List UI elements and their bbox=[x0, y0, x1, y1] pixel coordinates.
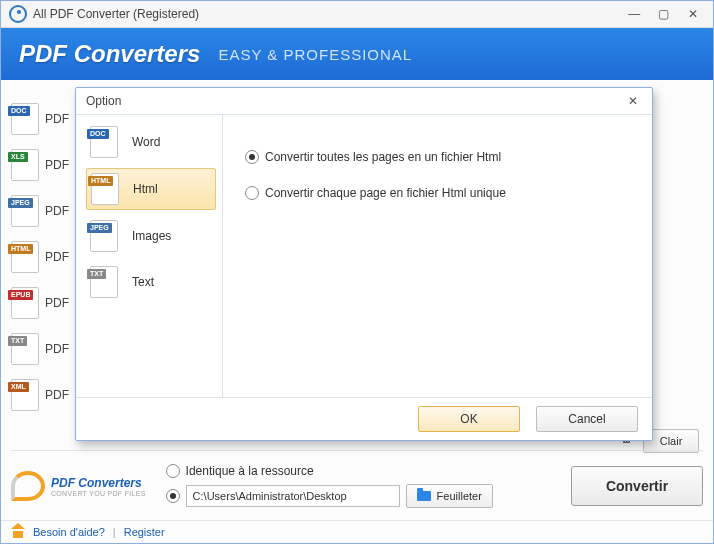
radio-each-label: Convertir chaque page en fichier Html un… bbox=[265, 186, 506, 200]
output-same-row[interactable]: Identique à la ressource bbox=[166, 464, 493, 478]
browse-button[interactable]: Feuilleter bbox=[406, 484, 493, 508]
sidebar-item-html[interactable]: HTMLPDF bbox=[11, 237, 67, 277]
minimize-button[interactable]: — bbox=[622, 6, 646, 22]
convert-button[interactable]: Convertir bbox=[571, 466, 703, 506]
sidebar-item-xml[interactable]: XMLPDF bbox=[11, 375, 67, 415]
dialog-body: DOC Word HTML Html JPEG Images TXT Text bbox=[76, 114, 652, 398]
radio-same-label: Identique à la ressource bbox=[186, 464, 314, 478]
sidebar-item-label: PDF bbox=[45, 158, 69, 172]
status-bar: Besoin d'aide? | Register bbox=[1, 520, 713, 543]
cancel-button[interactable]: Cancel bbox=[536, 406, 638, 432]
output-path-input[interactable]: C:\Users\Administrator\Desktop bbox=[186, 485, 400, 507]
dialog-content: Convertir toutes les pages en un fichier… bbox=[223, 114, 652, 398]
option-tab-text[interactable]: TXT Text bbox=[86, 262, 216, 302]
sidebar-item-xls[interactable]: XLSPDF bbox=[11, 145, 67, 185]
dialog-title: Option bbox=[86, 94, 121, 108]
txt-icon: TXT bbox=[90, 266, 118, 298]
epub-icon: EPUB bbox=[11, 287, 39, 319]
xls-icon: XLS bbox=[11, 149, 39, 181]
option-label: Html bbox=[133, 182, 158, 196]
brand-subtitle: EASY & PROFESSIONAL bbox=[218, 46, 412, 63]
help-link[interactable]: Besoin d'aide? bbox=[33, 526, 105, 538]
radio-each-page[interactable] bbox=[245, 186, 259, 200]
register-link[interactable]: Register bbox=[124, 526, 165, 538]
option-tab-word[interactable]: DOC Word bbox=[86, 122, 216, 162]
window-controls: — ▢ ✕ bbox=[620, 6, 705, 22]
doc-icon: DOC bbox=[11, 103, 39, 135]
option-tab-html[interactable]: HTML Html bbox=[86, 168, 216, 210]
dialog-titlebar: Option ✕ bbox=[76, 88, 652, 115]
output-options: Identique à la ressource C:\Users\Admini… bbox=[160, 464, 493, 508]
option-label: Text bbox=[132, 275, 154, 289]
output-panel: PDF Converters CONVERT YOU PDF FILES Ide… bbox=[11, 450, 703, 515]
sidebar-item-doc[interactable]: DOCPDF bbox=[11, 99, 67, 139]
txt-icon: TXT bbox=[11, 333, 39, 365]
jpeg-icon: JPEG bbox=[11, 195, 39, 227]
html-option-all-row[interactable]: Convertir toutes les pages en un fichier… bbox=[245, 150, 630, 164]
sidebar-item-epub[interactable]: EPUBPDF bbox=[11, 283, 67, 323]
close-button[interactable]: ✕ bbox=[681, 6, 705, 22]
dialog-close-button[interactable]: ✕ bbox=[624, 94, 642, 108]
output-path-row[interactable]: C:\Users\Administrator\Desktop Feuillete… bbox=[166, 484, 493, 508]
html-option-each-row[interactable]: Convertir chaque page en fichier Html un… bbox=[245, 186, 630, 200]
xml-icon: XML bbox=[11, 379, 39, 411]
maximize-button[interactable]: ▢ bbox=[652, 6, 676, 22]
option-tab-images[interactable]: JPEG Images bbox=[86, 216, 216, 256]
sidebar-item-label: PDF bbox=[45, 388, 69, 402]
window-title: All PDF Converter (Registered) bbox=[33, 7, 620, 21]
sidebar-item-txt[interactable]: TXTPDF bbox=[11, 329, 67, 369]
footer-brand: PDF Converters bbox=[51, 476, 146, 490]
app-window: All PDF Converter (Registered) — ▢ ✕ PDF… bbox=[0, 0, 714, 544]
home-icon[interactable] bbox=[11, 526, 25, 538]
logo-icon bbox=[11, 471, 45, 501]
sidebar-item-label: PDF bbox=[45, 204, 69, 218]
titlebar: All PDF Converter (Registered) — ▢ ✕ bbox=[1, 1, 713, 28]
sidebar-item-label: PDF bbox=[45, 250, 69, 264]
jpeg-icon: JPEG bbox=[90, 220, 118, 252]
option-dialog: Option ✕ DOC Word HTML Html JPEG Images … bbox=[75, 87, 653, 441]
folder-icon bbox=[417, 491, 431, 501]
radio-same-as-source[interactable] bbox=[166, 464, 180, 478]
ok-button[interactable]: OK bbox=[418, 406, 520, 432]
radio-custom-path[interactable] bbox=[166, 489, 180, 503]
app-icon bbox=[9, 5, 27, 23]
dialog-sidebar: DOC Word HTML Html JPEG Images TXT Text bbox=[76, 114, 223, 398]
sidebar-item-jpeg[interactable]: JPEGPDF bbox=[11, 191, 67, 231]
footer-logo: PDF Converters CONVERT YOU PDF FILES bbox=[11, 471, 146, 501]
sidebar-item-label: PDF bbox=[45, 296, 69, 310]
sidebar-item-label: PDF bbox=[45, 112, 69, 126]
browse-label: Feuilleter bbox=[437, 490, 482, 502]
footer-brand-sub: CONVERT YOU PDF FILES bbox=[51, 490, 146, 497]
dialog-footer: OK Cancel bbox=[76, 397, 652, 440]
radio-all-pages[interactable] bbox=[245, 150, 259, 164]
option-label: Word bbox=[132, 135, 160, 149]
header-banner: PDF Converters EASY & PROFESSIONAL bbox=[1, 28, 713, 80]
sidebar-item-label: PDF bbox=[45, 342, 69, 356]
format-sidebar: DOCPDF XLSPDF JPEGPDF HTMLPDF EPUBPDF TX… bbox=[11, 99, 67, 421]
doc-icon: DOC bbox=[90, 126, 118, 158]
separator: | bbox=[113, 526, 116, 538]
option-label: Images bbox=[132, 229, 171, 243]
brand-title: PDF Converters bbox=[19, 40, 200, 68]
radio-all-label: Convertir toutes les pages en un fichier… bbox=[265, 150, 501, 164]
html-icon: HTML bbox=[91, 173, 119, 205]
html-icon: HTML bbox=[11, 241, 39, 273]
